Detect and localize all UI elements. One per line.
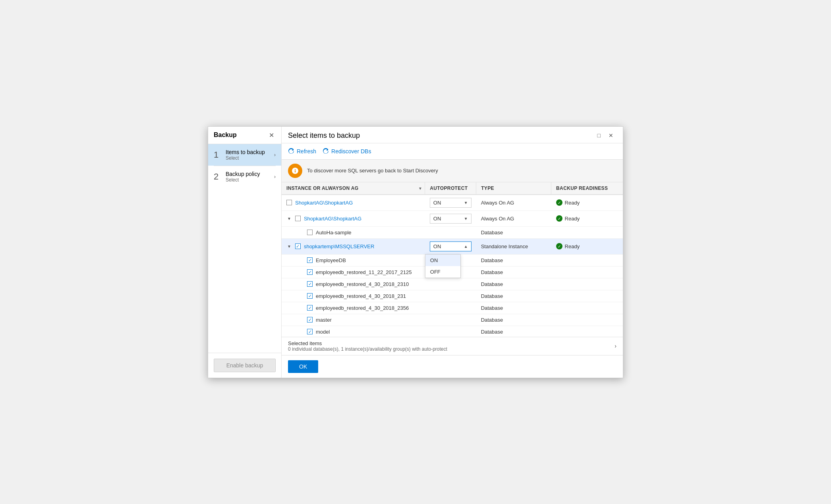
table-area: INSTANCE OR ALWAYSON AG ▼ AUTOPROTECT TY…: [282, 182, 623, 337]
close-right-button[interactable]: ✕: [605, 131, 616, 139]
ok-area: OK: [282, 355, 623, 378]
instance-cell: ✓ employeedb_restored_11_22_2017_2125: [282, 266, 425, 278]
expand-button[interactable]: ▼: [286, 216, 292, 221]
sort-instance-icon[interactable]: ▼: [418, 186, 422, 190]
toolbar: Refresh Rediscover DBs: [282, 143, 623, 160]
autoprotect-cell: [425, 314, 476, 326]
step-1-chevron-icon: ›: [274, 152, 276, 158]
right-panel-header: Select items to backup □ ✕: [282, 127, 623, 143]
readiness-cell: [551, 290, 623, 302]
rediscover-button[interactable]: Rediscover DBs: [323, 147, 371, 156]
type-cell: Database: [476, 278, 551, 290]
ready-label: Ready: [565, 200, 580, 206]
type-cell: Database: [476, 290, 551, 302]
instance-name: AutoHa-sample: [316, 230, 352, 236]
instance-cell: ✓ employeedb_restored_4_30_2018_2310: [282, 278, 425, 290]
autoprotect-dropdown[interactable]: ON ▲: [430, 241, 472, 251]
readiness-cell: [551, 302, 623, 314]
col-autoprotect: AUTOPROTECT: [425, 182, 476, 195]
row7-checkbox[interactable]: ✓: [307, 281, 313, 287]
type-cell: Standalone Instance: [476, 238, 551, 254]
refresh-icon: [288, 148, 294, 154]
instance-cell: ▼ ✓ shopkartemp\MSSQLSERVER: [282, 238, 425, 254]
rediscover-label: Rediscover DBs: [331, 148, 371, 154]
instance-cell: AutoHa-sample: [282, 226, 425, 238]
autoprotect-cell: [425, 290, 476, 302]
row4-checkbox[interactable]: ✓: [295, 243, 301, 249]
autoprotect-cell: [425, 302, 476, 314]
row10-checkbox[interactable]: ✓: [307, 317, 313, 322]
step-2-number: 2: [214, 172, 222, 182]
selected-items-label: Selected items: [288, 340, 447, 346]
row11-checkbox[interactable]: ✓: [307, 329, 313, 334]
row9-checkbox[interactable]: ✓: [307, 305, 313, 311]
info-message: To discover more SQL servers go back to …: [307, 168, 438, 174]
row5-checkbox[interactable]: ✓: [307, 257, 313, 263]
instance-name: EmployeeDB: [316, 257, 346, 263]
table-row: ▼ ShopkartAG\ShopkartAG ON ▼: [282, 210, 623, 226]
left-panel-footer: Enable backup: [208, 353, 281, 378]
instance-cell: ▼ ShopkartAG\ShopkartAG: [282, 210, 425, 226]
expand-button[interactable]: ▼: [286, 244, 292, 249]
table-row: ✓ employeedb_restored_4_30_2018_2356 Dat…: [282, 302, 623, 314]
instance-name: ShopkartAG\ShopkartAG: [295, 200, 353, 206]
table-row: ✓ master Database: [282, 314, 623, 326]
readiness-cell: ✓ Ready: [551, 238, 623, 254]
autoprotect-dropdown[interactable]: ON ▼: [430, 214, 472, 224]
autoprotect-cell: [425, 278, 476, 290]
autoprotect-cell: ON ▲ ON OFF: [425, 238, 476, 254]
ready-label: Ready: [565, 216, 580, 222]
row2-checkbox[interactable]: [295, 216, 301, 221]
ok-button[interactable]: OK: [288, 360, 318, 373]
selected-items-chevron-icon[interactable]: ›: [615, 343, 616, 349]
readiness-cell: [551, 278, 623, 290]
type-cell: Database: [476, 266, 551, 278]
close-button[interactable]: ✕: [267, 131, 276, 140]
readiness-cell: [551, 226, 623, 238]
autoprotect-dropdown[interactable]: ON ▼: [430, 198, 472, 208]
table-row: ShopkartAG\ShopkartAG ON ▼ Always On AG: [282, 195, 623, 211]
info-bar: To discover more SQL servers go back to …: [282, 160, 623, 182]
type-cell: Always On AG: [476, 195, 551, 211]
dropdown-option-on[interactable]: ON: [425, 255, 460, 266]
table-row: AutoHa-sample Database: [282, 226, 623, 238]
left-panel: Backup ✕ 1 Items to backup Select › 2 Ba…: [208, 127, 282, 378]
step-2-item[interactable]: 2 Backup policy Select ›: [208, 166, 281, 187]
step-2-sub: Select: [226, 177, 260, 183]
autoprotect-cell: ON ▼: [425, 210, 476, 226]
row6-checkbox[interactable]: ✓: [307, 269, 313, 275]
rediscover-icon: [323, 148, 329, 154]
instance-cell: ✓ EmployeeDB: [282, 254, 425, 266]
selected-items-bar: Selected items 0 individual database(s),…: [282, 337, 623, 355]
readiness-cell: [551, 314, 623, 326]
dropdown-arrow-icon: ▼: [464, 201, 468, 205]
readiness-cell: [551, 266, 623, 278]
table-row: ✓ employeedb_restored_4_30_2018_231 Data…: [282, 290, 623, 302]
instance-name: ShopkartAG\ShopkartAG: [304, 216, 361, 222]
step-1-sub: Select: [226, 155, 265, 161]
table-row: ✓ model Database: [282, 326, 623, 337]
table-scroll[interactable]: INSTANCE OR ALWAYSON AG ▼ AUTOPROTECT TY…: [282, 182, 623, 337]
col-instance: INSTANCE OR ALWAYSON AG ▼: [282, 182, 425, 195]
col-type: TYPE: [476, 182, 551, 195]
dropdown-arrow-icon: ▲: [464, 244, 468, 249]
type-cell: Database: [476, 226, 551, 238]
minimize-button[interactable]: □: [594, 131, 604, 139]
dropdown-option-off[interactable]: OFF: [425, 266, 460, 278]
right-panel-title: Select items to backup: [288, 131, 360, 140]
row1-checkbox[interactable]: [286, 200, 292, 205]
refresh-button[interactable]: Refresh: [288, 147, 316, 156]
step-1-name: Items to backup: [226, 149, 265, 155]
enable-backup-button[interactable]: Enable backup: [214, 359, 276, 372]
instance-cell: ✓ employeedb_restored_4_30_2018_2356: [282, 302, 425, 314]
row8-checkbox[interactable]: ✓: [307, 293, 313, 299]
autoprotect-cell: [425, 326, 476, 337]
info-icon: [288, 164, 302, 178]
table-header-row: INSTANCE OR ALWAYSON AG ▼ AUTOPROTECT TY…: [282, 182, 623, 195]
step-1-item[interactable]: 1 Items to backup Select ›: [208, 144, 281, 166]
instance-cell: ✓ master: [282, 314, 425, 326]
row3-checkbox[interactable]: [307, 230, 313, 235]
app-container: Backup ✕ 1 Items to backup Select › 2 Ba…: [208, 126, 623, 378]
refresh-label: Refresh: [297, 148, 316, 154]
instance-name: employeedb_restored_4_30_2018_231: [316, 293, 406, 299]
